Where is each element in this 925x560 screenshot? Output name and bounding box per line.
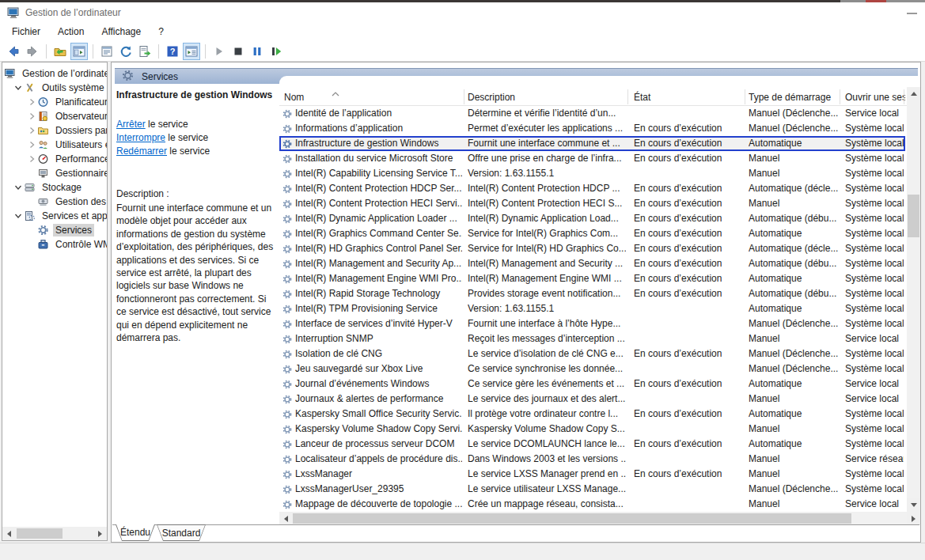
tree-item-utilisateurs-e[interactable]: Utilisateurs e (2, 138, 107, 152)
service-row-installation-du-service-microsoft-store[interactable]: Installation du service Microsoft Store … (279, 151, 905, 166)
forward-button[interactable] (24, 43, 41, 60)
chevron-right-icon[interactable] (26, 125, 37, 136)
service-row-intel-r-hd-graphics-control-panel-ser[interactable]: Intel(R) HD Graphics Control Panel Ser..… (279, 241, 905, 256)
scrollbar-thumb[interactable] (293, 513, 851, 524)
service-row-interface-de-services-d-invite-hyper-v[interactable]: Interface de services d’invité Hyper-V F… (279, 316, 905, 331)
service-row-mappage-de-decouverte-de-topologie[interactable]: Mappage de découverte de topologie ... C… (279, 497, 905, 512)
tree-item-gestion-des-d[interactable]: Gestion des d (2, 195, 107, 209)
service-row-intel-r-capability-licensing-service-t[interactable]: Intel(R) Capability Licensing Service T.… (279, 166, 905, 181)
tree-item-outils-systeme[interactable]: Outils système (2, 81, 107, 95)
scroll-down-button[interactable] (907, 498, 920, 512)
service-row-intel-r-tpm-provisioning-service[interactable]: Intel(R) TPM Provisioning Service Versio… (279, 301, 905, 316)
tree-item-dossiers-part[interactable]: Dossiers part (2, 123, 107, 138)
tree-item-performance[interactable]: Performance (2, 152, 107, 166)
tree-item-gestionnaire[interactable]: Gestionnaire (2, 166, 107, 180)
service-row-infrastructure-de-gestion-windows[interactable]: Infrastructure de gestion Windows Fourni… (279, 136, 905, 151)
back-button[interactable] (5, 43, 22, 60)
service-row-intel-r-rapid-storage-technology[interactable]: Intel(R) Rapid Storage Technology Provid… (279, 286, 905, 301)
tree-item-controle-wm[interactable]: Contrôle WM (2, 237, 107, 252)
service-row-intel-r-management-engine-wmi-pro[interactable]: Intel(R) Management Engine WMI Pro... In… (279, 271, 905, 286)
menu-fichier[interactable]: Fichier (3, 24, 49, 40)
scroll-right-button[interactable] (93, 527, 107, 540)
stop-service-link[interactable]: Arrêter (116, 119, 146, 130)
column-divider[interactable] (627, 89, 628, 104)
service-row-kaspersky-small-office-security-servic[interactable]: Kaspersky Small Office Security Servic..… (279, 407, 905, 422)
list-vertical-scrollbar[interactable] (907, 87, 920, 512)
service-row-jeu-sauvegarde-sur-xbox-live[interactable]: Jeu sauvegardé sur Xbox Live Ce service … (279, 361, 905, 376)
tree-item-observateur[interactable]: Observateur (2, 109, 107, 123)
properties-button[interactable] (98, 43, 116, 60)
restart-service-link[interactable]: Redémarrer (116, 146, 167, 157)
service-row-localisateur-d-appels-de-procedure-dis[interactable]: Localisateur d’appels de procédure dis..… (279, 452, 905, 467)
tree-expander[interactable] (26, 168, 37, 179)
menu-action[interactable]: Action (49, 24, 93, 40)
help-button[interactable]: ? (164, 43, 181, 60)
chevron-right-icon[interactable] (26, 139, 37, 150)
stop-service-line: Arrêter le service (116, 118, 210, 131)
tree-expander[interactable] (26, 225, 37, 236)
tree-expander[interactable] (26, 239, 37, 250)
service-row-journaux-alertes-de-performance[interactable]: Journaux & alertes de performance Le ser… (279, 392, 905, 407)
scroll-right-button[interactable] (907, 512, 920, 525)
tree-expander[interactable] (26, 196, 37, 207)
service-row-intel-r-content-protection-heci-servi[interactable]: Intel(R) Content Protection HECI Servi..… (279, 196, 905, 211)
service-row-intel-r-dynamic-application-loader[interactable]: Intel(R) Dynamic Application Loader ... … (279, 211, 905, 226)
chevron-right-icon[interactable] (26, 111, 37, 122)
service-row-intel-r-content-protection-hdcp-ser[interactable]: Intel(R) Content Protection HDCP Ser... … (279, 181, 905, 196)
console-tree-panel: Gestion de l’ordinate Outils système Pla… (2, 62, 108, 541)
extended-view-button[interactable] (183, 43, 200, 60)
menu-affichage[interactable]: Affichage (93, 24, 150, 40)
menu-help[interactable]: ? (150, 24, 172, 40)
service-gear-icon (282, 395, 292, 404)
chevron-right-icon[interactable] (26, 153, 37, 165)
chevron-down-icon[interactable] (13, 210, 24, 221)
service-row-informations-d-application[interactable]: Informations d’application Permet d’exéc… (279, 121, 905, 136)
column-header-nom[interactable]: Nom (284, 90, 458, 104)
chevron-right-icon[interactable] (26, 96, 37, 108)
stop-service-button[interactable] (229, 43, 247, 60)
service-row-intel-r-graphics-command-center-se[interactable]: Intel(R) Graphics Command Center Se... S… (279, 226, 905, 241)
service-row-interruption-snmp[interactable]: Interruption SNMP Reçoit les messages d’… (279, 331, 905, 346)
column-divider[interactable] (840, 89, 840, 104)
scroll-left-button[interactable] (279, 512, 293, 525)
show-console-tree-button[interactable] (51, 43, 69, 60)
tree-item-stockage[interactable]: Stockage (2, 180, 107, 195)
scroll-left-button[interactable] (2, 527, 16, 540)
column-header-description[interactable]: Description (468, 90, 623, 104)
tree-horizontal-scrollbar[interactable] (2, 527, 107, 540)
tree-item-services-et-applic[interactable]: Services et applic (2, 209, 107, 223)
column-header-etat[interactable]: État (634, 90, 740, 104)
column-divider[interactable] (745, 89, 745, 104)
service-row-intel-r-management-and-security-ap[interactable]: Intel(R) Management and Security Ap... I… (279, 256, 905, 271)
minimize-button[interactable] (907, 13, 917, 14)
service-row-lxssmanageruser-29395[interactable]: LxssManagerUser_29395 Le service utilisa… (279, 482, 905, 497)
service-row-kaspersky-volume-shadow-copy-servi[interactable]: Kaspersky Volume Shadow Copy Servi... Ka… (279, 422, 905, 437)
start-service-button[interactable] (210, 43, 228, 60)
service-row-identite-de-l-application[interactable]: Identité de l’application Détermine et v… (279, 106, 905, 121)
service-row-lanceur-de-processus-serveur-dcom[interactable]: Lanceur de processus serveur DCOM Le ser… (279, 437, 905, 452)
refresh-button[interactable] (117, 43, 135, 60)
service-row-lxssmanager[interactable]: LxssManager Le service LXSS Manager pren… (279, 467, 905, 482)
export-list-button[interactable] (136, 43, 154, 60)
console-window-button[interactable] (70, 43, 88, 60)
chevron-down-icon[interactable] (13, 82, 24, 93)
scroll-up-button[interactable] (907, 87, 920, 100)
tree-item-services[interactable]: Services (2, 223, 107, 237)
restart-service-button[interactable] (267, 43, 285, 60)
tab-standard[interactable]: Standard (157, 524, 206, 541)
chevron-down-icon[interactable] (13, 182, 24, 193)
pause-service-link[interactable]: Interrompre (116, 132, 165, 143)
tree-item-gestion-de-l-ordinate[interactable]: Gestion de l’ordinate (2, 66, 107, 81)
service-row-journal-d-evenements-windows[interactable]: Journal d’événements Windows Ce service … (279, 376, 905, 392)
pause-service-button[interactable] (248, 43, 266, 60)
scrollbar-thumb[interactable] (908, 195, 919, 237)
service-row-isolation-de-cle-cng[interactable]: Isolation de clé CNG Le service d’isolat… (279, 346, 905, 361)
list-horizontal-scrollbar[interactable] (279, 512, 920, 525)
tree-item-planificateur[interactable]: Planificateur (2, 95, 107, 109)
column-header-type-demarrage[interactable]: Type de démarrage (749, 90, 836, 104)
column-header-ouvrir-session[interactable]: Ouvrir une ses (845, 90, 905, 104)
column-divider[interactable] (904, 89, 904, 104)
column-divider[interactable] (464, 89, 464, 104)
scrollbar-thumb[interactable] (17, 528, 63, 539)
tab-etendu[interactable]: Étendu (116, 524, 155, 541)
